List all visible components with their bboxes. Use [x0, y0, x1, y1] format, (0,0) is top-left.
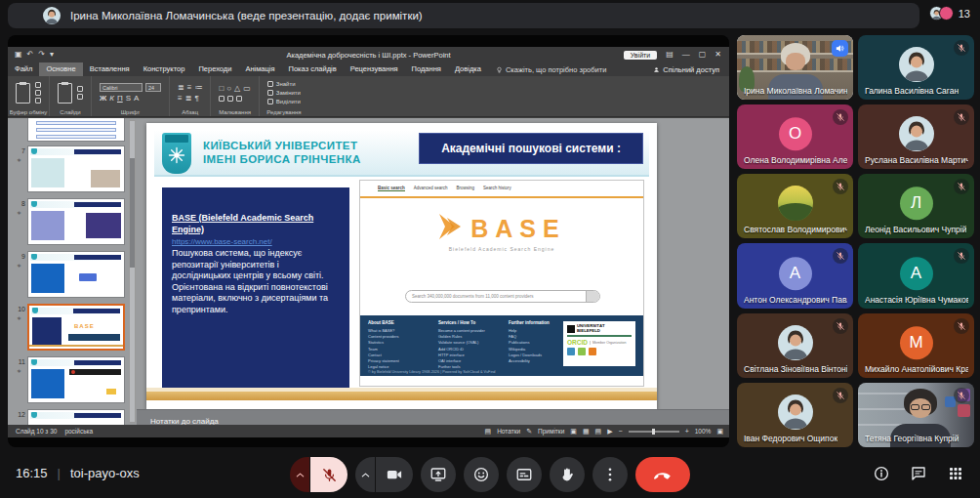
participant-tile[interactable]: Руслана Василівна Мартич [858, 104, 974, 169]
camera-options-button[interactable] [355, 457, 375, 492]
participant-count[interactable]: 13 [929, 6, 970, 21]
person-icon [653, 66, 660, 73]
mic-off-icon [833, 248, 848, 264]
comments-icon: ✎ [526, 428, 532, 436]
participant-tile[interactable]: Ірина Миколаївна Ломачинська [737, 35, 853, 100]
tab-help: Довідка [448, 62, 488, 76]
participant-name: Леонід Васильович Чупрій [865, 225, 966, 234]
base-heading: BASE (Bielefeld Academic Search Engine) [172, 213, 340, 235]
new-slide-icon [58, 83, 72, 104]
slide-number: 7 [13, 147, 25, 154]
meeting-meta: 16:15 | toi-payo-oxs [16, 466, 140, 480]
participant-tile[interactable]: Іван Федорович Ощипок [737, 383, 853, 447]
share-label: Спільний доступ [663, 65, 719, 74]
presenter-label: Ірина Миколаївна Ломачинська (веде презе… [70, 10, 423, 21]
ppt-status-bar: Слайд 10 з 30 російська ▤ Нотатки ✎ Прим… [8, 425, 729, 437]
comments-label: Примітки [538, 428, 564, 435]
participant-name: Світлана Зіновіївна Вінтонів-Б... [744, 364, 847, 374]
group-label: Абзац [170, 109, 210, 115]
underline-icon: П [117, 95, 123, 103]
list-item: Search history [483, 186, 511, 191]
call-controls [290, 457, 690, 492]
chat-icon[interactable] [910, 465, 927, 482]
tab-insert: Вставлення [83, 62, 137, 76]
list-item: Advanced search [414, 186, 448, 191]
site-copyright: © by Bielefeld University Library 1968-2… [368, 370, 495, 374]
base-description-box: BASE (Bielefeld Academic Search Engine) … [162, 187, 349, 391]
avatar [899, 47, 934, 82]
close-icon: ✕ [715, 51, 721, 59]
present-button[interactable] [421, 457, 456, 492]
avatar [899, 116, 934, 151]
participant-tile[interactable]: Світлана Зіновіївна Вінтонів-Б... [737, 313, 853, 378]
participant-tile[interactable]: А Антон Олександрович Павле... [737, 243, 853, 308]
powerpoint-window: ▣ ↶ ↷ ▾ Академічна доброчесність і ШІ.pp… [8, 47, 729, 437]
window-controls: Увійти ▤ — ▢ ✕ [624, 51, 729, 60]
notes-pane: Нотатки до слайда [137, 409, 729, 425]
undo-icon: ↶ [27, 51, 34, 59]
slide-thumbnail [27, 409, 125, 425]
slideshow-view-icon: ▶ [607, 428, 612, 436]
mic-off-icon [833, 388, 848, 403]
camera-toggle-button[interactable] [376, 457, 413, 492]
base-link: https://www.base-search.net/ [172, 237, 340, 246]
list-item: Accessibility [509, 358, 569, 364]
base-chevron-icon [437, 212, 467, 245]
raise-hand-button[interactable] [550, 457, 585, 492]
tab-slideshow: Показ слайдів [282, 62, 344, 76]
site-footer: About BASE What is BASE?Content provider… [360, 315, 643, 376]
ribbon-group-editing: Знайти Замінити Виділити Редагування [260, 76, 308, 116]
activities-grid-icon[interactable] [947, 465, 964, 482]
clock: 16:15 [16, 466, 48, 480]
zoom-in-icon: + [685, 428, 689, 435]
audio-indicator-icon [832, 40, 848, 57]
reactions-button[interactable] [464, 457, 499, 492]
end-call-button[interactable] [635, 457, 690, 492]
tab-design: Конструктор [137, 62, 192, 76]
slide-number: 9 [13, 253, 25, 260]
participant-tile[interactable]: Святослав Володимирович Ру... [737, 174, 853, 238]
site-search-button [586, 291, 599, 302]
ribbon-group-font: Calibri24 Ж К П S А Шрифт [92, 76, 170, 116]
mic-off-icon [954, 388, 969, 403]
participant-tile[interactable]: Тетяна Георгіївна Купрій [858, 383, 974, 447]
tab-transitions: Переходи [191, 62, 238, 76]
share-button: Спільний доступ [643, 62, 729, 76]
captions-button[interactable] [507, 457, 542, 492]
list-item: Browsing [457, 186, 475, 191]
participant-tile[interactable]: М Михайло Анатолійович Краве... [858, 313, 974, 378]
mic-off-icon [954, 248, 969, 264]
presenter-banner[interactable]: Ірина Миколаївна Ломачинська (веде презе… [8, 3, 919, 28]
mic-off-icon [833, 318, 848, 334]
mic-options-button[interactable] [290, 457, 309, 492]
bold-icon: Ж [100, 95, 106, 103]
mic-off-icon [833, 109, 848, 125]
cut-copy-icons [35, 82, 41, 104]
slide-number: 11 [13, 358, 25, 365]
shared-screen-tile[interactable]: ▣ ↶ ↷ ▾ Академічна доброчесність і ШІ.pp… [8, 35, 729, 447]
participant-tile[interactable]: А Анастасія Юріївна Чумаковсь... [858, 243, 974, 308]
avatar: М [900, 326, 933, 359]
language-indicator: російська [64, 428, 93, 435]
normal-view-icon: ▣ [570, 428, 577, 436]
tab-animations: Анімація [238, 62, 281, 76]
camera-control [355, 457, 413, 492]
ribbon-group-slides: Слайди [50, 76, 92, 116]
participant-tile[interactable]: Л Леонід Васильович Чупрій [858, 174, 974, 238]
restore-icon: ▢ [699, 51, 707, 59]
avatar [778, 394, 813, 430]
group-label: Буфер обміну [8, 109, 49, 115]
ppt-workspace: 7 ∗ 8 ∗ 9 ∗ [8, 118, 729, 425]
info-icon[interactable] [873, 465, 890, 482]
slide-thumbnail [27, 251, 125, 298]
shadow-icon: S [126, 95, 131, 103]
more-options-button[interactable] [592, 457, 628, 492]
participant-tile[interactable]: О Олена Володимирівна Алексе... [737, 104, 853, 169]
tab-home: Основне [39, 62, 82, 76]
minimize-icon: — [682, 51, 690, 59]
mic-mute-button[interactable] [310, 457, 347, 492]
base-website-screenshot: Basic searchAdvanced searchBrowsingSearc… [359, 180, 644, 387]
thumbnail-scrollbar[interactable] [129, 120, 136, 423]
participant-name: Ірина Миколаївна Ломачинська [744, 86, 847, 96]
participant-tile[interactable]: Галина Василівна Саган [858, 35, 974, 100]
